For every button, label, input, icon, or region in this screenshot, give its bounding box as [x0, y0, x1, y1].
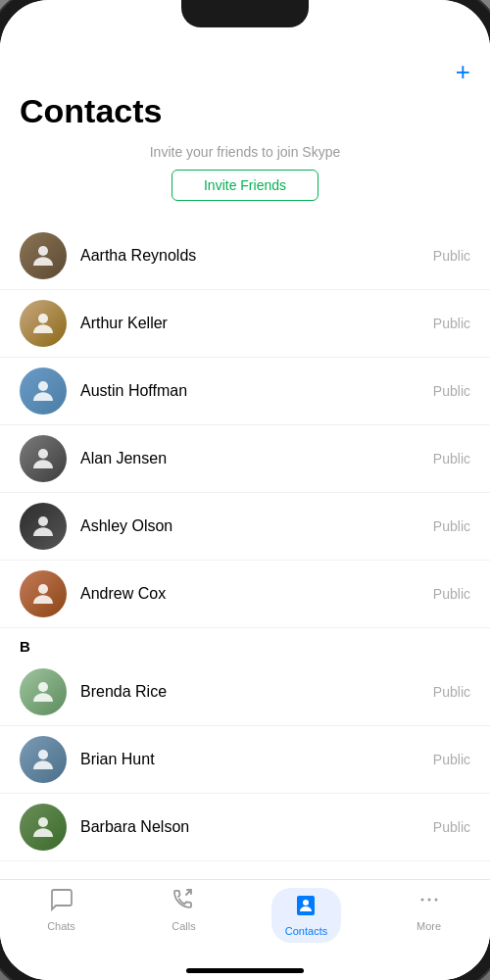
svg-point-1 [38, 314, 48, 323]
svg-point-2 [38, 381, 48, 391]
contact-status: Public [433, 819, 470, 835]
invite-friends-button[interactable]: Invite Friends [172, 170, 318, 201]
phone-shell: + Contacts Invite your friends to join S… [0, 0, 490, 980]
avatar [20, 570, 67, 617]
contact-item[interactable]: Ashley Olson Public [0, 493, 490, 561]
svg-point-0 [38, 246, 48, 256]
contact-item[interactable]: Brenda Rice Public [0, 659, 490, 726]
svg-point-5 [38, 584, 48, 594]
contact-name: Austin Hoffman [80, 382, 433, 400]
avatar [20, 736, 67, 783]
svg-point-3 [38, 449, 48, 459]
invite-section: Invite your friends to join Skype Invite… [20, 144, 470, 201]
tab-more[interactable]: More [368, 888, 490, 932]
notch [181, 0, 309, 27]
contact-status: Public [433, 752, 470, 767]
svg-point-4 [38, 516, 48, 526]
contact-item[interactable]: Arthur Keller Public [0, 290, 490, 358]
contacts-icon [294, 894, 318, 923]
avatar [20, 368, 67, 415]
avatar [20, 232, 67, 279]
contact-name: Aartha Reynolds [80, 247, 433, 265]
svg-point-12 [427, 899, 430, 902]
tab-contacts-label: Contacts [285, 925, 327, 937]
tab-calls[interactable]: Calls [122, 888, 245, 932]
contact-item[interactable]: Barbara Nelson Public [0, 794, 490, 861]
header: + Contacts Invite your friends to join S… [0, 43, 490, 222]
home-bar [186, 968, 304, 973]
contact-status: Public [433, 518, 470, 534]
contact-status: Public [433, 383, 470, 399]
contact-name: Brian Hunt [80, 751, 433, 768]
svg-point-10 [303, 900, 309, 906]
contact-status: Public [433, 684, 470, 700]
section-a: Aartha Reynolds Public Arthur Keller Pub… [0, 222, 490, 628]
page-title: Contacts [20, 92, 470, 130]
tab-chats-label: Chats [47, 920, 75, 932]
avatar [20, 804, 67, 851]
contact-item[interactable]: Aartha Reynolds Public [0, 222, 490, 290]
tab-calls-label: Calls [172, 920, 195, 932]
svg-point-13 [434, 899, 437, 902]
more-icon [417, 888, 441, 917]
contact-status: Public [433, 316, 470, 331]
contact-name: Arthur Keller [80, 315, 433, 332]
contacts-list: Aartha Reynolds Public Arthur Keller Pub… [0, 222, 490, 879]
tab-contacts[interactable]: Contacts [245, 888, 368, 943]
contact-name: Brenda Rice [80, 683, 433, 701]
chats-icon [50, 888, 74, 917]
add-contact-button[interactable]: + [456, 59, 470, 84]
tab-chats[interactable]: Chats [0, 888, 122, 932]
contact-item-andrew-cox[interactable]: Andrew Cox Public [0, 561, 490, 628]
avatar [20, 503, 67, 550]
avatar [20, 300, 67, 347]
screen: + Contacts Invite your friends to join S… [0, 43, 490, 980]
contact-status: Public [433, 451, 470, 466]
calls-icon [172, 888, 196, 917]
contact-item[interactable]: Alan Jensen Public [0, 425, 490, 493]
contact-name: Barbara Nelson [80, 818, 433, 836]
tab-contacts-active-bg: Contacts [271, 888, 341, 943]
svg-point-8 [38, 817, 48, 827]
tab-bar: Chats Calls [0, 879, 490, 960]
contact-status: Public [433, 586, 470, 602]
contact-item[interactable]: Brian Hunt Public [0, 726, 490, 794]
section-header-b: B [0, 628, 490, 659]
contact-name: Ashley Olson [80, 517, 433, 535]
avatar [20, 668, 67, 715]
header-top: + [20, 59, 470, 84]
contact-name: Alan Jensen [80, 450, 433, 467]
contact-name: Andrew Cox [80, 585, 433, 603]
status-bar [0, 0, 490, 43]
section-b: B Brenda Rice Public Brian Hunt Public [0, 628, 490, 861]
avatar [20, 435, 67, 482]
contact-status: Public [433, 248, 470, 264]
svg-point-6 [38, 682, 48, 692]
svg-point-11 [420, 899, 423, 902]
home-indicator [0, 960, 490, 980]
invite-subtitle: Invite your friends to join Skype [20, 144, 470, 160]
svg-point-7 [38, 750, 48, 760]
tab-more-label: More [416, 920, 441, 932]
contact-item[interactable]: Austin Hoffman Public [0, 358, 490, 425]
